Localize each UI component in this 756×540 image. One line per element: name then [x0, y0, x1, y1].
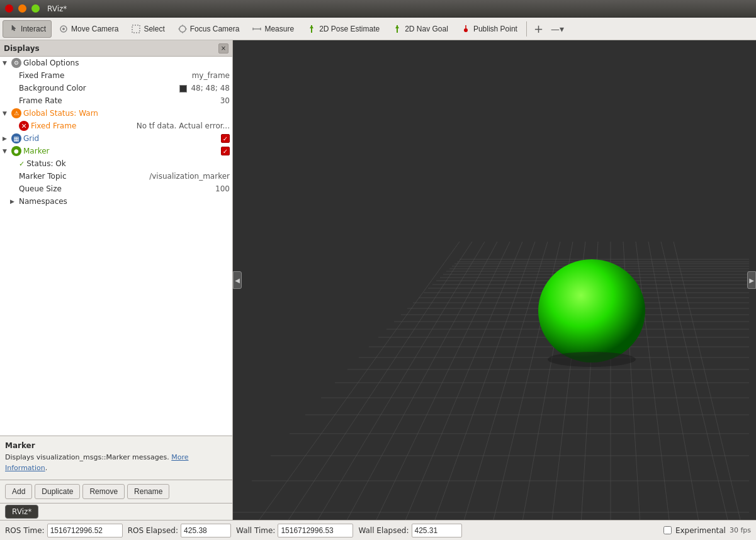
rviz-tooltip: RViz* [5, 505, 38, 519]
displays-header: Displays × [0, 40, 232, 57]
status-right: Experimental 30 fps [663, 526, 751, 535]
tree-row-marker-topic[interactable]: Marker Topic /visualization_marker [0, 170, 232, 183]
nav-goal-tool-button[interactable]: 2D Nav Goal [386, 20, 454, 38]
publish-point-icon [461, 24, 471, 34]
wall-elapsed-input[interactable] [412, 524, 462, 537]
measure-label: Measure [264, 25, 294, 33]
marker-label: Marker [23, 147, 221, 155]
marker-topic-label: Marker Topic [19, 172, 145, 181]
svg-point-3 [179, 26, 186, 32]
interact-icon [8, 24, 18, 34]
displays-close-button[interactable]: × [218, 43, 228, 53]
ros-elapsed-label: ROS Elapsed: [128, 526, 178, 535]
ros-time-input[interactable] [47, 524, 123, 537]
grid-checkbox-icon[interactable] [221, 134, 230, 143]
global-status-arrow [3, 110, 11, 116]
global-options-arrow [3, 60, 11, 66]
tree-row-bg-color[interactable]: Background Color 48; 48; 48 [0, 82, 232, 94]
marker-status-label: Status: Ok [26, 159, 230, 168]
select-icon [131, 24, 141, 34]
marker-icon: ● [11, 146, 21, 156]
left-panel: Displays × ⚙ Global Options Fixed Frame … [0, 40, 233, 520]
tree-row-namespaces[interactable]: Namespaces [0, 195, 232, 208]
grid-label: Grid [23, 134, 221, 143]
minimize-button[interactable] [18, 4, 26, 13]
grid-icon: ▦ [11, 133, 21, 143]
move-camera-label: Move Camera [71, 25, 118, 33]
tree-row-marker[interactable]: ● Marker [0, 145, 232, 157]
tree-row-global-status[interactable]: ⚠ Global Status: Warn [0, 107, 232, 120]
marker-status-checkmark: ✓ [19, 160, 25, 168]
measure-icon [252, 24, 262, 34]
left-collapse-arrow[interactable]: ◀ [233, 271, 242, 289]
marker-checkbox[interactable] [221, 147, 230, 155]
tree-row-frame-rate[interactable]: Frame Rate 30 [0, 94, 232, 107]
remove-button[interactable]: Remove [82, 484, 125, 499]
publish-point-label: Publish Point [473, 25, 517, 33]
pose-estimate-label: 2D Pose Estimate [319, 25, 380, 33]
fixed-frame-status-value: No tf data. Actual error... [137, 121, 230, 130]
global-options-label: Global Options [23, 59, 230, 67]
move-camera-icon [59, 24, 69, 34]
interact-tool-button[interactable]: Interact [3, 20, 52, 38]
pose-estimate-tool-button[interactable]: 2D Pose Estimate [301, 20, 385, 38]
tree-row-fixed-frame[interactable]: Fixed Frame my_frame [0, 69, 232, 82]
nav-goal-label: 2D Nav Goal [405, 25, 448, 33]
description-box: Marker Displays visualization_msgs::Mark… [0, 436, 232, 480]
add-button[interactable]: Add [5, 484, 32, 499]
sphere-object [538, 259, 645, 363]
tree-row-marker-status[interactable]: ✓ Status: Ok [0, 157, 232, 170]
wall-time-field: Wall Time: [236, 524, 353, 537]
rviz-tooltip-text: RViz* [12, 507, 31, 516]
wall-time-input[interactable] [278, 524, 353, 537]
tree-row-grid[interactable]: ▦ Grid [0, 132, 232, 145]
ros-elapsed-input[interactable] [181, 524, 231, 537]
viewport[interactable]: ◀ ▶ [233, 40, 756, 520]
desc-text-content: Displays visualization_msgs::Marker mess… [5, 453, 169, 461]
measure-tool-button[interactable]: Measure [246, 20, 300, 38]
namespaces-label: Namespaces [19, 197, 230, 206]
focus-camera-tool-button[interactable]: Focus Camera [172, 20, 245, 38]
duplicate-button[interactable]: Duplicate [35, 484, 80, 499]
publish-point-tool-button[interactable]: Publish Point [455, 20, 523, 38]
move-camera-tool-button[interactable]: Move Camera [53, 20, 124, 38]
marker-checkbox-icon[interactable] [221, 147, 230, 155]
toolbar-minus-button[interactable]: —▾ [548, 24, 567, 34]
namespaces-arrow [10, 198, 19, 205]
maximize-button[interactable] [31, 4, 40, 13]
close-button[interactable] [5, 4, 13, 13]
ros-elapsed-field: ROS Elapsed: [128, 524, 231, 537]
wall-elapsed-field: Wall Elapsed: [358, 524, 461, 537]
global-status-icon: ⚠ [11, 108, 21, 118]
title-bar: RViz* [0, 0, 756, 18]
focus-camera-label: Focus Camera [190, 25, 240, 33]
toolbar: Interact Move Camera Select [0, 18, 756, 40]
queue-size-label: Queue Size [19, 184, 212, 193]
select-tool-button[interactable]: Select [125, 20, 170, 38]
desc-link-suffix: . [45, 464, 48, 472]
marker-topic-value: /visualization_marker [149, 172, 230, 181]
fixed-frame-label: Fixed Frame [19, 71, 188, 80]
fixed-frame-value: my_frame [192, 71, 230, 80]
tree-row-fixed-frame-status[interactable]: ✕ Fixed Frame No tf data. Actual error..… [0, 120, 232, 132]
experimental-checkbox[interactable] [663, 526, 672, 534]
rename-button[interactable]: Rename [127, 484, 169, 499]
sphere-shadow [548, 352, 636, 367]
bg-color-value: 48; 48; 48 [179, 84, 230, 93]
toolbar-plus-button[interactable]: + [530, 22, 547, 35]
grid-checkbox[interactable] [221, 134, 230, 143]
experimental-label: Experimental [675, 526, 726, 535]
wall-elapsed-label: Wall Elapsed: [358, 526, 409, 535]
tree-row-global-options[interactable]: ⚙ Global Options [0, 57, 232, 69]
svg-point-1 [62, 28, 65, 30]
fixed-frame-status-icon: ✕ [19, 121, 29, 131]
grid-arrow [3, 135, 11, 142]
marker-arrow [3, 148, 11, 154]
select-label: Select [144, 25, 164, 33]
right-collapse-arrow[interactable]: ▶ [747, 271, 756, 289]
desc-title: Marker [5, 441, 227, 450]
displays-tree[interactable]: ⚙ Global Options Fixed Frame my_frame Ba… [0, 57, 232, 436]
global-status-label: Global Status: Warn [23, 109, 230, 118]
interact-label: Interact [21, 25, 46, 33]
tree-row-queue-size[interactable]: Queue Size 100 [0, 183, 232, 195]
